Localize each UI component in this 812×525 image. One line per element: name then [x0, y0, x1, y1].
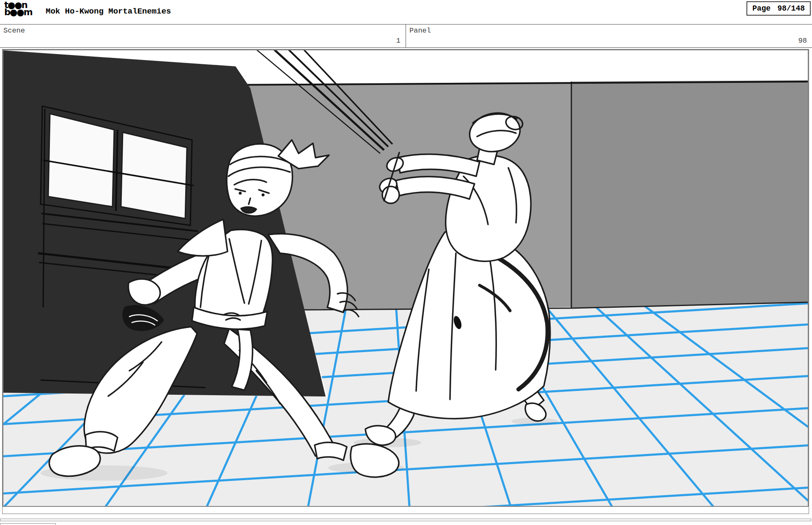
footer-next-cell — [0, 523, 56, 525]
project-title: Mok Ho-Kwong MortalEnemies — [46, 7, 171, 16]
logo-line-2: b●●m — [4, 9, 32, 16]
page-label: Page — [752, 4, 771, 13]
toonboom-logo-icon: t●●n b●●m — [4, 2, 32, 16]
page-value: 98/148 — [777, 4, 805, 13]
scene-label: Scene — [3, 27, 25, 35]
scene-field: Scene 1 — [0, 25, 406, 47]
footer-divider — [0, 519, 811, 521]
header: t●●n b●●m Mok Ho-Kwong MortalEnemies Pag… — [0, 0, 812, 24]
page-indicator: Page 98/148 — [746, 1, 811, 16]
panel-field: Panel 98 — [406, 25, 812, 47]
fields-row: Scene 1 Panel 98 — [0, 24, 812, 48]
panel-value: 98 — [798, 37, 807, 45]
scene-value: 1 — [396, 37, 401, 45]
panel-label: Panel — [409, 27, 431, 35]
storyboard-page: t●●n b●●m Mok Ho-Kwong MortalEnemies Pag… — [0, 0, 812, 525]
storyboard-drawing — [3, 49, 809, 514]
window-pane-left — [48, 114, 114, 207]
storyboard-panel — [2, 49, 809, 514]
